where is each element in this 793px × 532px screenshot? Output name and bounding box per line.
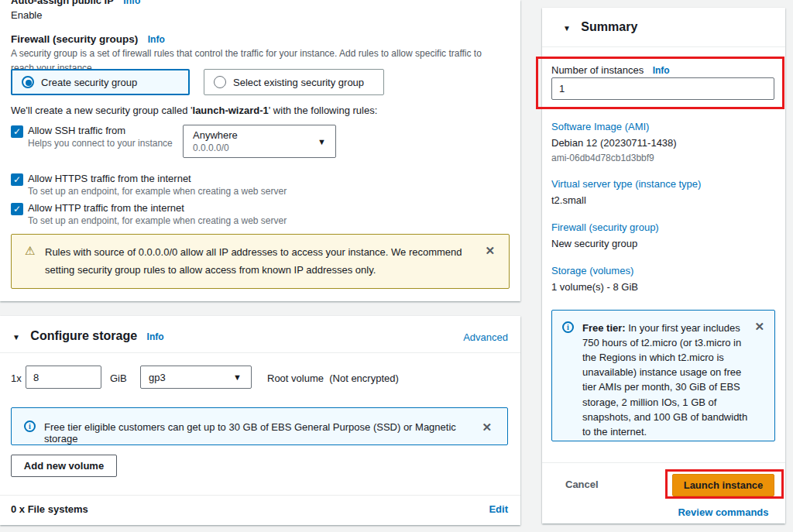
checkbox-allow-ssh[interactable]: ✓ — [11, 125, 23, 138]
check-icon: ✓ — [13, 174, 21, 185]
field-label-link[interactable]: Firewall (security group) — [551, 221, 776, 233]
launch-instance-button[interactable]: Launch instance — [672, 474, 774, 496]
info-icon: i — [24, 420, 36, 432]
divider — [0, 352, 520, 353]
free-tier-storage-alert: i Free tier eligible customers can get u… — [11, 407, 508, 445]
network-settings-panel: Auto-assign public IP Info Enable Firewa… — [0, 0, 520, 301]
rule-label: Allow HTTP traffic from the internet — [28, 202, 184, 214]
summary-field-storage: Storage (volumes) 1 volume(s) - 8 GiB — [551, 265, 776, 293]
dropdown-value: gp3 — [149, 372, 166, 383]
divider — [542, 462, 785, 463]
section-title: Configure storage — [30, 329, 137, 342]
ssh-source-dropdown[interactable]: Anywhere 0.0.0.0/0 ▼ — [183, 125, 336, 158]
warning-icon: ⚠ — [25, 245, 35, 256]
number-of-instances-label: Number of instances Info — [551, 63, 670, 77]
file-systems-label: 0 x File systems — [11, 503, 88, 515]
review-commands-link[interactable]: Review commands — [660, 506, 787, 518]
divider — [542, 46, 785, 47]
info-icon: i — [562, 321, 574, 333]
info-link[interactable]: Info — [147, 331, 164, 342]
edit-file-systems-link[interactable]: Edit — [489, 503, 508, 515]
info-link[interactable]: Info — [123, 0, 140, 6]
summary-field-security-group: Firewall (security group) New security g… — [551, 221, 776, 250]
close-icon[interactable]: ✕ — [754, 320, 764, 334]
configure-storage-header[interactable]: ▼ Configure storage Info — [12, 329, 164, 343]
info-link[interactable]: Info — [653, 65, 670, 76]
open-access-warning-alert: ⚠ Rules with source of 0.0.0.0/0 allow a… — [11, 234, 510, 289]
field-label-link[interactable]: Storage (volumes) — [551, 265, 776, 276]
summary-header[interactable]: ▼ Summary — [563, 20, 637, 34]
checkbox-allow-http[interactable]: ✓ — [11, 203, 23, 215]
divider — [0, 495, 520, 496]
auto-assign-ip-value: Enable — [11, 9, 42, 21]
security-group-note: We'll create a new security group called… — [11, 105, 377, 116]
caret-down-icon: ▼ — [233, 372, 242, 382]
root-volume-note: Root volume (Not encrypted) — [267, 372, 399, 384]
close-icon[interactable]: ✕ — [485, 244, 495, 258]
warning-text: Rules with source of 0.0.0.0/0 allow all… — [45, 244, 472, 280]
caret-down-icon: ▼ — [12, 333, 20, 342]
volume-size-unit: GiB — [110, 372, 127, 384]
volume-type-dropdown[interactable]: gp3 ▼ — [140, 366, 252, 389]
rule-label: Allow HTTPS traffic from the internet — [28, 173, 191, 184]
caret-down-icon: ▼ — [318, 137, 326, 146]
advanced-link[interactable]: Advanced — [463, 331, 508, 343]
rule-label: Allow SSH traffic from — [28, 125, 125, 136]
field-label-link[interactable]: Software Image (AMI) — [551, 121, 776, 132]
field-label-link[interactable]: Virtual server type (instance type) — [551, 178, 776, 190]
alert-text: Free tier eligible customers can get up … — [44, 421, 462, 444]
rule-helper: Helps you connect to your instance — [28, 138, 173, 149]
volume-multiplier: 1x — [11, 372, 22, 384]
radio-unselected-icon — [214, 76, 226, 88]
section-title: Summary — [581, 20, 637, 33]
summary-panel: ▼ Summary Number of instances Info Softw… — [542, 8, 785, 523]
close-icon[interactable]: ✕ — [482, 420, 492, 434]
summary-field-ami: Software Image (AMI) Debian 12 (20230711… — [551, 121, 776, 163]
auto-assign-ip-label: Auto-assign public IP Info — [11, 0, 140, 7]
radio-select-existing-security-group[interactable]: Select existing security group — [204, 69, 384, 95]
free-tier-text: Free tier: In your first year includes 7… — [582, 321, 749, 439]
radio-create-security-group[interactable]: Create security group — [11, 69, 190, 95]
ami-id: ami-06db4d78cb1d3bbf9 — [551, 153, 776, 163]
checkbox-allow-https[interactable]: ✓ — [11, 173, 23, 186]
check-icon: ✓ — [13, 204, 21, 215]
number-of-instances-input[interactable] — [551, 77, 774, 100]
cancel-button[interactable]: Cancel — [565, 479, 599, 490]
firewall-heading: Firewall (security groups) Info — [11, 32, 165, 46]
rule-helper: To set up an endpoint, for example when … — [28, 186, 287, 197]
dropdown-sub-value: 0.0.0.0/0 — [193, 142, 229, 153]
check-icon: ✓ — [13, 126, 21, 137]
caret-down-icon: ▼ — [563, 24, 571, 33]
configure-storage-panel: ▼ Configure storage Info Advanced 1x GiB… — [0, 316, 520, 525]
radio-selected-icon — [22, 76, 34, 88]
add-new-volume-button[interactable]: Add new volume — [11, 455, 117, 477]
dropdown-value: Anywhere — [193, 129, 238, 141]
summary-fields: Software Image (AMI) Debian 12 (20230711… — [551, 121, 776, 308]
rule-helper: To set up an endpoint, for example when … — [28, 215, 287, 226]
summary-field-instance-type: Virtual server type (instance type) t2.s… — [551, 178, 776, 207]
volume-size-input[interactable] — [26, 366, 101, 389]
info-link[interactable]: Info — [148, 34, 165, 45]
free-tier-summary-alert: i Free tier: In your first year includes… — [551, 310, 775, 441]
